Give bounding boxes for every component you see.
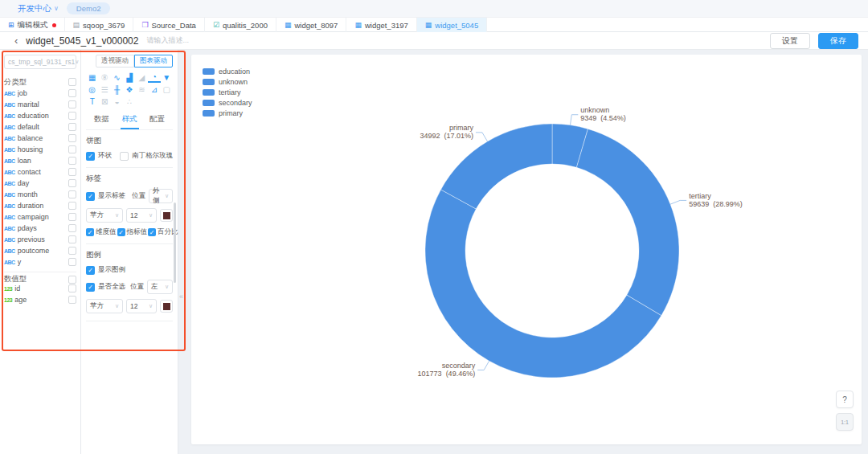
donut-chart[interactable]: unknown9349 (4.54%)tertiary59639 (28.99%… [191,55,862,444]
field-checkbox[interactable] [68,89,76,97]
categorical-select-all-checkbox[interactable] [68,78,76,86]
field-item-job[interactable]: ABCjob [4,88,76,99]
scatter-line-chart-icon[interactable]: ⊿ [148,84,160,95]
table-chart-icon[interactable]: ▦ [86,72,98,83]
field-item-balance[interactable]: ABCbalance [4,133,76,144]
settings-button[interactable]: 设置 [770,33,810,49]
legend-size-select[interactable]: 12 ∨ [126,299,157,313]
config-scrollbar[interactable] [174,202,176,283]
project-badge[interactable]: Demo2 [67,2,111,14]
pie-chart-icon[interactable]: ◔ [148,72,160,83]
funnel-chart-icon[interactable]: ▼ [161,72,173,83]
radar-chart-icon[interactable]: ◎ [86,84,98,95]
label-size-select[interactable]: 12 ∨ [126,208,157,223]
parallel-chart-icon[interactable]: ☰ [98,84,110,95]
field-item-previous[interactable]: ABCprevious [4,234,76,245]
tab-编辑模式[interactable]: ⊞编辑模式 [0,18,65,32]
tab-data[interactable]: 数据 [92,112,111,129]
rose-checkbox[interactable] [120,152,129,161]
field-checkbox[interactable] [68,134,76,142]
legend-position-select[interactable]: 左 ∨ [147,280,173,294]
number-card-icon[interactable]: ⑧ [98,72,110,83]
chart-drive-button[interactable]: 图表驱动 [134,55,173,67]
field-checkbox[interactable] [68,224,76,232]
field-item-pdays[interactable]: ABCpdays [4,223,76,234]
table-select[interactable]: cs_tmp_sql_9131_rs1 ∨ [4,55,76,69]
field-item-duration[interactable]: ABCduration [4,200,76,211]
field-item-loan[interactable]: ABCloan [4,155,76,166]
field-item-default[interactable]: ABCdefault [4,121,76,133]
field-checkbox[interactable] [68,179,76,187]
tab-qualitis_2000[interactable]: ☑qualitis_2000 [205,18,276,32]
field-checkbox[interactable] [68,213,76,221]
field-checkbox[interactable] [68,100,76,108]
back-button[interactable]: ‹ [14,35,18,47]
description-input[interactable]: 请输入描述... [146,35,189,46]
field-item-poutcome[interactable]: ABCpoutcome [4,245,76,256]
field-checkbox[interactable] [68,296,76,304]
save-button[interactable]: 保存 [818,33,858,49]
scale-reset-button[interactable]: 1:1 [836,413,854,431]
tab-sqoop_3679[interactable]: ▤sqoop_3679 [65,18,134,32]
pie-slice-secondary[interactable] [425,190,661,378]
workspace-menu[interactable]: 开发中心 ∨ [18,3,59,14]
panel-collapse-handle[interactable]: « [179,292,183,301]
candlestick-chart-icon[interactable]: ╫ [111,84,123,95]
tab-config[interactable]: 配置 [148,112,166,129]
field-item-campaign[interactable]: ABCcampaign [4,211,76,223]
legend-font-select[interactable]: 苹方 ∨ [86,299,123,313]
text-widget-icon[interactable]: T [86,96,98,107]
line-chart-icon[interactable]: ∿ [111,72,123,83]
legend-color-swatch[interactable] [160,300,173,313]
frame-chart-icon[interactable]: ▢ [161,84,173,95]
field-checkbox[interactable] [68,284,76,292]
field-checkbox[interactable] [68,235,76,243]
field-checkbox[interactable] [68,202,76,210]
map-chart-icon[interactable]: ❖ [123,84,135,95]
label-position-select[interactable]: 外侧 ∨ [149,189,173,203]
field-item-month[interactable]: ABCmonth [4,189,76,200]
gauge-chart-icon[interactable]: ◒ [111,96,123,107]
relation-chart-icon[interactable]: ∴ [123,96,135,107]
field-item-age[interactable]: 123age [4,294,76,305]
image-widget-icon[interactable]: ⊠ [98,96,110,107]
field-item-day[interactable]: ABCday [4,178,76,189]
tab-widget_3197[interactable]: ▦widget_3197 [346,18,416,32]
pivot-drive-button[interactable]: 透视驱动 [96,55,134,67]
field-item-contact[interactable]: ABCcontact [4,166,76,178]
field-checkbox[interactable] [68,258,76,266]
label-color-swatch[interactable] [160,209,173,222]
field-checkbox[interactable] [68,190,76,198]
dim-checkbox[interactable]: ✓ [117,228,125,236]
field-checkbox[interactable] [68,168,76,176]
tab-Source_Data[interactable]: ❒Source_Data [133,18,205,32]
help-button[interactable]: ? [836,391,854,408]
field-checkbox[interactable] [68,145,76,153]
label-font-select[interactable]: 苹方 ∨ [86,208,123,223]
pie-slice-tertiary[interactable] [576,129,679,315]
area-chart-icon[interactable]: ◢ [136,72,148,83]
field-item-education[interactable]: ABCeducation [4,110,76,121]
field-checkbox[interactable] [68,112,76,120]
sankey-chart-icon[interactable]: ≋ [136,84,148,95]
field-checkbox[interactable] [68,157,76,165]
numeric-select-all-checkbox[interactable] [68,276,76,284]
field-item-id[interactable]: 123id [4,283,76,294]
bar-chart-icon[interactable]: ▟ [123,72,135,83]
field-item-y[interactable]: ABCy [4,256,76,268]
legend-item-unknown[interactable]: unknown [203,78,252,85]
ring-checkbox[interactable]: ✓ [86,152,95,161]
field-checkbox[interactable] [68,123,76,131]
field-item-housing[interactable]: ABChousing [4,144,76,155]
dim-checkbox[interactable]: ✓ [148,228,156,236]
field-checkbox[interactable] [68,247,76,255]
show-label-checkbox[interactable]: ✓ [86,192,95,201]
tab-style[interactable]: 样式 [121,112,139,129]
legend-item-tertiary[interactable]: tertiary [203,88,252,96]
dim-checkbox[interactable]: ✓ [86,228,94,236]
legend-item-education[interactable]: education [203,67,252,75]
legend-item-primary[interactable]: primary [203,109,252,117]
select-all-checkbox[interactable]: ✓ [86,283,95,292]
tab-widget_8097[interactable]: ▦widget_8097 [276,18,346,32]
legend-item-secondary[interactable]: secondary [203,99,252,106]
